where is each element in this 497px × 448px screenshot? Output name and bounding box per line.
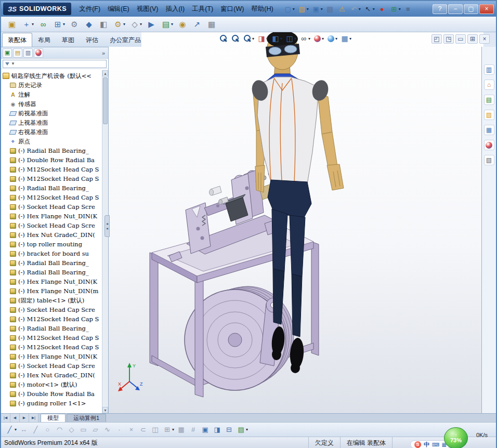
sketch-tool-button[interactable]: ▭ [78, 424, 89, 435]
tree-item[interactable]: 注解 [1, 90, 102, 99]
graphics-area[interactable]: Y X Z [109, 32, 483, 413]
pane-control-icon[interactable]: ◰ [431, 34, 442, 44]
tree-item[interactable]: 上视基准面 [1, 118, 102, 127]
sketch-tool-button[interactable]: ◇ [66, 424, 77, 435]
tab-nav-button[interactable]: ▶ [20, 414, 29, 422]
quick-toolbar-button[interactable]: ▣ ▾ [310, 4, 324, 14]
tree-item[interactable]: (-) Hex Flange Nut_DIN(m [1, 286, 102, 296]
heads-up-tool[interactable]: ▾ [242, 33, 255, 44]
heads-up-tool[interactable] [218, 33, 229, 44]
quick-toolbar-button[interactable]: ≡ [402, 4, 414, 14]
document-tab[interactable]: 模型 [41, 414, 66, 422]
quick-toolbar-button[interactable]: ↖ ▾ [362, 4, 376, 14]
toolbar-button[interactable]: ◧ [97, 18, 110, 31]
menu-item[interactable]: 文件(F) [75, 3, 104, 16]
pane-control-icon[interactable]: ⊞ [467, 34, 478, 44]
pane-control-icon[interactable]: × [479, 34, 490, 44]
commandmanager-tab[interactable]: 草图 [56, 33, 80, 47]
panel-tab-button[interactable] [34, 48, 43, 58]
sketch-tool-button[interactable]: ◫ [150, 424, 161, 435]
commandmanager-tab[interactable]: 办公室产品 [104, 33, 147, 47]
commandmanager-tab[interactable]: 评估 [80, 33, 104, 47]
heads-up-tool[interactable] [230, 33, 241, 44]
speed-ball-widget[interactable]: ↑ 73% [444, 427, 468, 448]
task-pane-button[interactable]: ▧ [484, 155, 494, 165]
ime-tool-icon[interactable]: ⌨ [432, 442, 439, 447]
tree-item[interactable]: 前视基准面 [1, 109, 102, 118]
heads-up-tool[interactable]: ▾ [312, 34, 325, 44]
heads-up-tool[interactable]: ◫ ▾ [284, 33, 297, 44]
tree-item[interactable]: (-) Double Row Radial Ba [1, 389, 102, 399]
heads-up-tool[interactable]: ◧ ▾ [270, 33, 283, 44]
tree-item[interactable]: 传感器 [1, 99, 102, 109]
tree-item[interactable]: (-) motor<1> (默认) [1, 380, 102, 389]
toolbar-button[interactable]: ⚙ [68, 18, 81, 31]
menu-item[interactable]: 视图(V) [133, 3, 162, 16]
tree-item[interactable]: 历史记录 [1, 81, 102, 90]
tree-item[interactable]: (-) M12Socket Head Cap S [1, 333, 102, 342]
tree-item[interactable]: (-) M12Socket Head Cap S [1, 342, 102, 352]
scroll-up-button[interactable] [102, 70, 108, 76]
task-pane-button[interactable]: ▤ [484, 95, 494, 105]
toolbar-button[interactable]: ↗ [190, 18, 204, 31]
pane-control-icon[interactable]: ◳ [443, 34, 454, 44]
tree-item[interactable]: (-) Radial Ball Bearing_ [1, 324, 102, 333]
sketch-tool-button[interactable]: · [114, 424, 125, 435]
document-tab[interactable]: 运动算例1 [67, 414, 106, 422]
tree-item[interactable]: (-) guding roller 1<1> [1, 399, 102, 408]
menu-item[interactable]: 插入(I) [162, 3, 188, 16]
sketch-tool-button[interactable]: ↔ [18, 424, 29, 435]
tree-item[interactable]: (-) Hex Flange Nut_DIN(K [1, 212, 102, 221]
toolbar-button[interactable]: ⊞ ▾ [51, 18, 67, 31]
sketch-tool-button[interactable]: × [126, 424, 137, 435]
tree-item[interactable]: (-) Socket Head Cap Scre [1, 305, 102, 314]
sketch-tool-button[interactable]: ◨ [212, 424, 223, 435]
tree-filter-input[interactable]: ▼ [3, 60, 107, 68]
tree-item[interactable]: (-) M12Socket Head Cap S [1, 193, 102, 202]
tree-item[interactable]: (-) Double Row Radial Ba [1, 155, 102, 165]
quick-toolbar-button[interactable]: ↶ ▾ [348, 4, 362, 14]
panel-splitter-handle[interactable] [104, 215, 110, 237]
sketch-tool-button[interactable]: ⊂ [138, 424, 149, 435]
window-control-button[interactable]: − [448, 4, 463, 14]
toolbar-button[interactable]: ▤ ▾ [159, 18, 175, 31]
task-pane-button[interactable] [484, 140, 494, 150]
quick-toolbar-button[interactable]: ⊞ ▾ [388, 4, 402, 14]
window-control-button[interactable]: × [479, 4, 494, 14]
window-control-button[interactable]: ? [433, 4, 447, 14]
commandmanager-tab[interactable]: 装配体 [2, 33, 32, 47]
heads-up-tool[interactable]: ▾ [325, 34, 338, 44]
quick-toolbar-button[interactable]: ● [376, 4, 388, 14]
task-pane-button[interactable]: ▦ [484, 125, 494, 135]
tree-item[interactable]: (-) top roller mouting [1, 240, 102, 249]
task-pane-button[interactable]: ▨ [484, 110, 494, 120]
tree-item[interactable]: (-) Socket Head Cap Scre [1, 202, 102, 212]
tree-item[interactable]: (-) Hex Nut GradeC_DIN( [1, 230, 102, 240]
heads-up-tool[interactable]: ▦ ▾ [339, 33, 352, 44]
toolbar-button[interactable]: ▦ [205, 18, 218, 31]
tree-item[interactable]: (-) Socket Head Cap Scre [1, 221, 102, 230]
sketch-tool-button[interactable]: ╱ ▾ [4, 424, 17, 435]
ime-mode-toggle[interactable]: 中 [424, 441, 429, 448]
toolbar-button[interactable]: ◇ ▾ [128, 18, 143, 31]
menu-item[interactable]: 编辑(E) [104, 3, 133, 16]
sketch-tool-button[interactable]: ∿ [102, 424, 113, 435]
quick-toolbar-button[interactable]: ▢ ▾ [282, 4, 296, 14]
panel-tab-button[interactable]: ▤ [13, 48, 22, 58]
sketch-tool-button[interactable]: ▱ [90, 424, 101, 435]
task-pane-button[interactable]: ⌂ [484, 80, 494, 90]
toolbar-button[interactable]: + ▾ [20, 18, 35, 31]
sketch-tool-button[interactable]: ▣ [200, 424, 211, 435]
quick-toolbar-button[interactable]: ▨ ▾ [296, 4, 310, 14]
panel-tab-button[interactable]: ▣ [3, 48, 12, 58]
window-control-button[interactable]: ▢ [464, 4, 478, 14]
tab-nav-button[interactable]: ◀ [10, 414, 20, 422]
sketch-tool-button[interactable]: ▦ [176, 424, 187, 435]
tab-nav-button[interactable]: |◀ [1, 414, 10, 422]
toolbar-button[interactable]: ∞ [36, 18, 50, 31]
tree-item[interactable]: (-) M12Socket Head Cap S [1, 314, 102, 324]
toolbar-button[interactable]: ▣ [5, 18, 19, 31]
pane-control-icon[interactable]: ▭ [455, 34, 466, 44]
tree-item[interactable]: 钥匙穿线生产机设备 (默认<< [1, 71, 102, 81]
menu-item[interactable]: 帮助(H) [247, 3, 277, 16]
